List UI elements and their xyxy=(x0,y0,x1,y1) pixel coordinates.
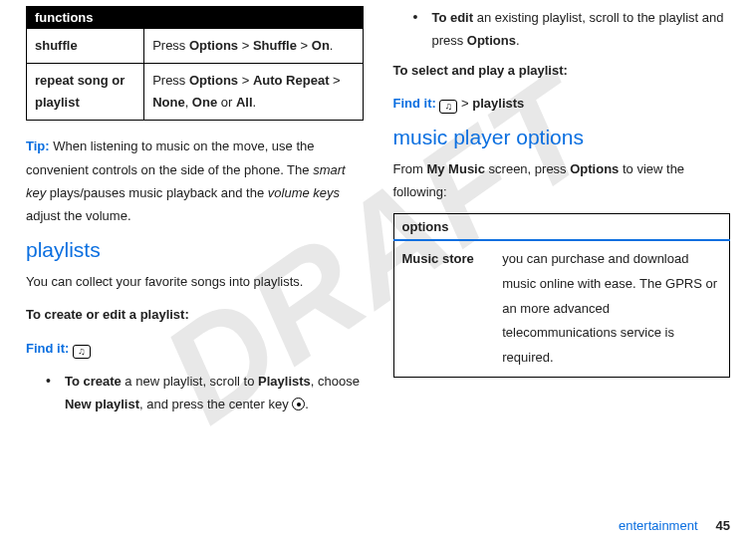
music-player-options-heading: music player options xyxy=(393,126,731,149)
my-music-text: My Music xyxy=(426,161,485,176)
music-store-desc: you can purchase and download music onli… xyxy=(494,240,729,377)
playlists-text: Playlists xyxy=(258,374,311,389)
music-key-icon: ♫ xyxy=(73,345,91,359)
music-store-label: Music store xyxy=(393,240,494,377)
text: or xyxy=(217,95,236,110)
repeat-label: repeat song or playlist xyxy=(27,64,144,121)
options-intro: From My Music screen, press Options to v… xyxy=(393,157,731,204)
options-text: Options xyxy=(570,161,619,176)
to-edit-strong: To edit xyxy=(431,10,473,25)
all-text: All xyxy=(236,95,253,110)
note-glyph: ♫ xyxy=(78,347,86,357)
text: > xyxy=(238,73,253,88)
text: adjust the volume. xyxy=(26,208,131,223)
text: . xyxy=(516,33,520,48)
auto-repeat-text: Auto Repeat xyxy=(253,73,330,88)
bullet-icon: • xyxy=(413,6,418,28)
find-it-line-2: Find it: ♫ > playlists xyxy=(393,92,731,115)
table-row: Music store you can purchase and downloa… xyxy=(393,240,730,377)
text: screen, press xyxy=(485,161,570,176)
options-text: Options xyxy=(467,33,516,48)
options-text: Options xyxy=(189,38,238,53)
page-footer: entertainment45 xyxy=(619,518,730,533)
tip-label: Tip: xyxy=(26,138,50,153)
footer-page-number: 45 xyxy=(716,518,730,533)
text: > xyxy=(329,73,340,88)
playlists-heading: playlists xyxy=(26,238,364,262)
create-edit-heading: To create or edit a playlist: xyxy=(26,303,364,326)
options-header: options xyxy=(393,214,730,241)
table-header-row: functions xyxy=(27,6,364,29)
text: > xyxy=(297,38,312,53)
text: When listening to music on the move, use… xyxy=(26,138,315,176)
find-it-line: Find it: ♫ xyxy=(26,337,364,360)
table-header-row: options xyxy=(393,214,730,241)
options-text: Options xyxy=(189,73,238,88)
find-it-label: Find it: xyxy=(26,341,69,356)
text: > xyxy=(457,96,472,111)
text: . xyxy=(330,38,334,53)
page-columns: functions shuffle Press Options > Shuffl… xyxy=(0,0,756,543)
to-create-strong: To create xyxy=(65,374,122,389)
text: , xyxy=(185,95,192,110)
text: . xyxy=(253,95,257,110)
bullet-text: To edit an existing playlist, scroll to … xyxy=(431,6,730,53)
tip-paragraph: Tip: When listening to music on the move… xyxy=(26,135,364,228)
text: , and press the center key xyxy=(139,397,292,411)
text: . xyxy=(305,397,309,411)
shuffle-text: Shuffle xyxy=(253,38,297,53)
shuffle-desc: Press Options > Shuffle > On. xyxy=(144,29,363,64)
shuffle-label: shuffle xyxy=(27,29,144,64)
repeat-desc: Press Options > Auto Repeat > None, One … xyxy=(144,64,363,121)
functions-table: functions shuffle Press Options > Shuffl… xyxy=(26,6,364,121)
text: , choose xyxy=(311,374,360,389)
right-column: • To edit an existing playlist, scroll t… xyxy=(393,6,731,543)
note-glyph: ♫ xyxy=(445,102,453,112)
bullet-icon: • xyxy=(46,370,51,392)
bullet-create: • To create a new playlist, scroll to Pl… xyxy=(26,370,364,416)
find-it-label: Find it: xyxy=(393,96,436,111)
text: > xyxy=(238,38,253,53)
table-row: shuffle Press Options > Shuffle > On. xyxy=(27,29,364,64)
playlists-intro: You can collect your favorite songs into… xyxy=(26,270,364,293)
bullet-text: To create a new playlist, scroll to Play… xyxy=(65,370,364,416)
music-key-icon: ♫ xyxy=(439,100,457,114)
text: Press xyxy=(152,73,189,88)
footer-section: entertainment xyxy=(619,518,698,533)
text: plays/pauses music playback and the xyxy=(46,185,268,200)
functions-header: functions xyxy=(27,6,364,29)
table-row: repeat song or playlist Press Options > … xyxy=(27,64,364,121)
new-playlist-text: New playlist xyxy=(65,397,139,411)
one-text: One xyxy=(192,95,217,110)
bullet-edit: • To edit an existing playlist, scroll t… xyxy=(393,6,731,53)
on-text: On xyxy=(312,38,330,53)
text: a new playlist, scroll to xyxy=(122,374,258,389)
volume-keys-text: volume keys xyxy=(268,185,340,200)
center-key-icon xyxy=(292,398,305,410)
none-text: None xyxy=(152,95,185,110)
text: From xyxy=(393,161,427,176)
options-table: options Music store you can purchase and… xyxy=(393,213,731,377)
playlists-menu-text: playlists xyxy=(472,96,524,111)
text: Press xyxy=(152,38,189,53)
select-play-heading: To select and play a playlist: xyxy=(393,59,731,82)
left-column: functions shuffle Press Options > Shuffl… xyxy=(26,6,364,543)
